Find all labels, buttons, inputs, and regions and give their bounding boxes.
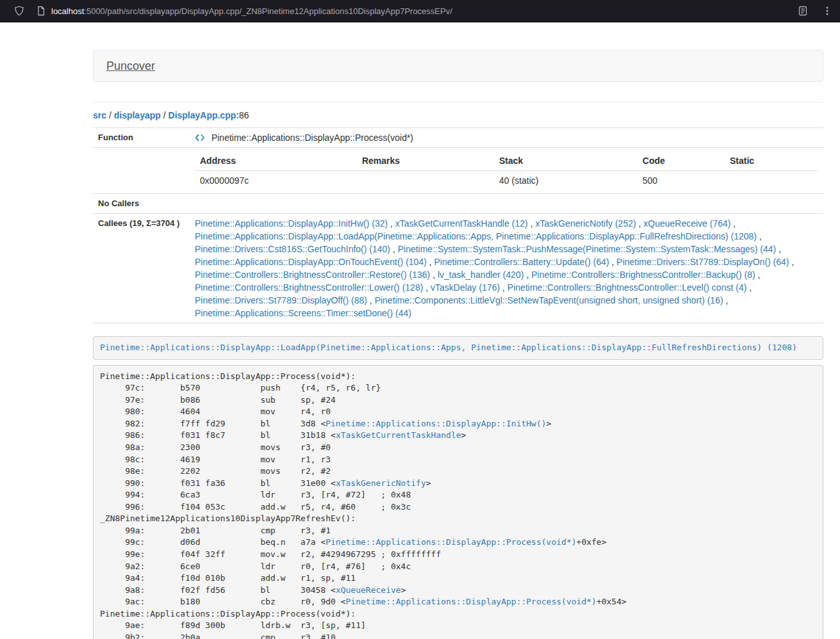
function-table: Function Pinetime::Applications::Display… [93, 127, 823, 323]
callee-link[interactable]: xQueueReceive (764) [643, 218, 730, 229]
callee-snippet-box: Pinetime::Applications::DisplayApp::Load… [93, 336, 823, 360]
function-row-label: Function [93, 128, 190, 148]
callee-link[interactable]: lv_task_handler (420) [438, 270, 524, 280]
callee-link[interactable]: Pinetime::Controllers::BrightnessControl… [195, 270, 430, 280]
callee-link[interactable]: Pinetime::Drivers::Cst816S::GetTouchInfo… [195, 244, 390, 254]
breadcrumb: src / displayapp / DisplayApp.cpp:86 [93, 109, 823, 122]
divider [93, 102, 823, 102]
browser-toolbar: localhost:5000/path/src/displayapp/Displ… [0, 0, 840, 22]
address-cell: 0x0000097c [195, 171, 357, 191]
snippet-link[interactable]: Pinetime::Applications::DisplayApp::Load… [100, 343, 797, 352]
details-row-label [93, 148, 190, 194]
callee-link[interactable]: Pinetime::Drivers::St7789::DisplayOn() (… [616, 257, 789, 267]
url-path: :5000/path/src/displayapp/DisplayApp.cpp… [84, 6, 452, 16]
symbol-link[interactable]: Pinetime::Applications::DisplayApp::Proc… [325, 537, 576, 547]
function-name: Pinetime::Applications::DisplayApp::Proc… [211, 133, 413, 143]
disassembly: Pinetime::Applications::DisplayApp::Proc… [93, 365, 823, 639]
stack-cell: 40 (static) [494, 171, 638, 191]
navbar: Puncover [93, 50, 823, 82]
column-remarks: Remarks [357, 151, 494, 171]
callees-list: Pinetime::Applications::DisplayApp::Init… [190, 214, 823, 323]
callee-link[interactable]: Pinetime::Applications::Screens::Timer::… [195, 308, 411, 318]
callee-link[interactable]: Pinetime::System::SystemTask::PushMessag… [398, 244, 777, 254]
callee-link[interactable]: xTaskGenericNotify (252) [535, 218, 636, 229]
column-code: Code [638, 151, 725, 171]
symbol-link[interactable]: xTaskGenericNotify [336, 478, 426, 488]
function-cell: Pinetime::Applications::DisplayApp::Proc… [190, 128, 823, 148]
page-icon[interactable] [36, 6, 46, 16]
brand-title[interactable]: Puncover [106, 60, 155, 73]
callee-link[interactable]: vTaskDelay (176) [431, 282, 500, 293]
details-row: Address Remarks Stack Code Static 0x0000… [93, 148, 823, 194]
details-cell: Address Remarks Stack Code Static 0x0000… [190, 148, 823, 194]
details-table: Address Remarks Stack Code Static 0x0000… [195, 151, 818, 190]
url-host: localhost [51, 6, 84, 16]
callees-row: Callees (19, Σ=3704 ) Pinetime::Applicat… [93, 214, 823, 323]
column-stack: Stack [494, 151, 638, 171]
breadcrumb-separator: / [163, 110, 166, 120]
callees-label: Callees (19, Σ=3704 ) [93, 214, 190, 323]
breadcrumb-line-number: 86 [239, 110, 249, 120]
breadcrumb-file[interactable]: DisplayApp.cpp: [169, 110, 239, 120]
symbol-link[interactable]: xTaskGetCurrentTaskHandle [336, 430, 461, 440]
function-row: Function Pinetime::Applications::Display… [93, 128, 823, 148]
callee-link[interactable]: xTaskGetCurrentTaskHandle (12) [395, 218, 528, 229]
details-header-row: Address Remarks Stack Code Static [195, 151, 818, 171]
symbol-link[interactable]: Pinetime::Applications::DisplayApp::Proc… [346, 597, 597, 606]
symbol-link[interactable]: xQueueReceive [336, 585, 401, 595]
callee-link[interactable]: Pinetime::Controllers::Battery::Update()… [434, 257, 609, 267]
remarks-cell [357, 171, 494, 191]
function-code-icon [195, 133, 205, 143]
no-callers-label: No Callers [93, 194, 190, 214]
callee-link[interactable]: Pinetime::Controllers::BrightnessControl… [195, 282, 423, 293]
page-container: Puncover src / displayapp / DisplayApp.c… [93, 50, 823, 639]
callee-link[interactable]: Pinetime::Drivers::St7789::DisplayOff() … [195, 295, 367, 305]
breadcrumb-displayapp[interactable]: displayapp [114, 110, 161, 120]
shield-icon[interactable] [14, 6, 24, 16]
column-address: Address [195, 151, 357, 171]
callee-link[interactable]: Pinetime::Applications::DisplayApp::Init… [195, 218, 388, 229]
column-static: Static [725, 151, 818, 171]
breadcrumb-separator: / [109, 110, 111, 120]
callee-link[interactable]: Pinetime::Applications::DisplayApp::OnTo… [195, 257, 427, 267]
symbol-link[interactable]: Pinetime::Applications::DisplayApp::Init… [325, 419, 546, 428]
no-callers-cell [190, 194, 823, 214]
code-cell: 500 [638, 171, 725, 191]
callee-link[interactable]: Pinetime::Controllers::BrightnessControl… [531, 270, 755, 280]
reader-view-icon[interactable] [798, 6, 808, 16]
url-bar[interactable]: localhost:5000/path/src/displayapp/Displ… [51, 6, 452, 16]
no-callers-row: No Callers [93, 194, 823, 214]
kebab-menu-icon[interactable] [822, 6, 832, 16]
callee-link[interactable]: Pinetime::Applications::DisplayApp::Load… [195, 231, 757, 241]
toolbar-right [798, 6, 832, 16]
callee-link[interactable]: Pinetime::Controllers::BrightnessControl… [507, 282, 746, 293]
static-cell [725, 171, 818, 191]
callee-link[interactable]: Pinetime::Components::LittleVgl::SetNewT… [375, 295, 723, 305]
breadcrumb-src[interactable]: src [93, 110, 106, 120]
details-data-row: 0x0000097c 40 (static) 500 [195, 171, 818, 191]
